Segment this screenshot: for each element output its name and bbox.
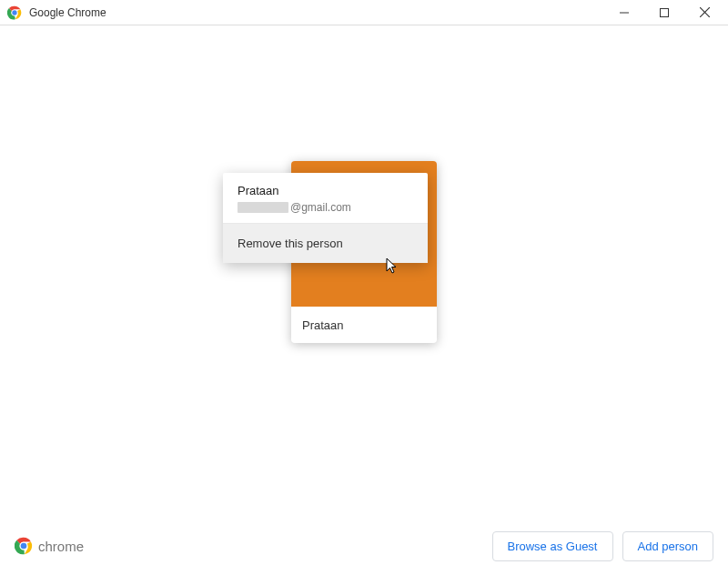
email-suffix: @gmail.com bbox=[290, 201, 351, 214]
chrome-icon bbox=[15, 537, 33, 555]
redacted-email-prefix bbox=[238, 202, 288, 213]
minimize-button[interactable] bbox=[604, 0, 644, 25]
bottom-bar: chrome Browse as Guest Add person bbox=[0, 524, 728, 575]
menu-header: Prataan @gmail.com bbox=[223, 173, 428, 223]
add-person-button[interactable]: Add person bbox=[622, 531, 714, 561]
menu-profile-name: Prataan bbox=[238, 184, 413, 197]
chrome-brand: chrome bbox=[15, 537, 84, 555]
svg-rect-4 bbox=[661, 8, 669, 16]
browse-as-guest-button[interactable]: Browse as Guest bbox=[492, 531, 613, 561]
remove-person-item[interactable]: Remove this person bbox=[223, 224, 428, 263]
maximize-button[interactable] bbox=[644, 0, 684, 25]
profile-context-menu: Prataan @gmail.com Remove this person bbox=[223, 173, 428, 263]
chrome-wordmark: chrome bbox=[38, 539, 84, 554]
remove-person-label: Remove this person bbox=[238, 237, 343, 250]
window-title: Google Chrome bbox=[29, 6, 106, 19]
svg-point-9 bbox=[21, 543, 27, 550]
svg-point-2 bbox=[12, 10, 16, 15]
close-button[interactable] bbox=[684, 0, 724, 25]
menu-profile-email: @gmail.com bbox=[238, 201, 413, 214]
profile-card-name: Prataan bbox=[291, 307, 437, 343]
window-titlebar: Google Chrome bbox=[0, 0, 728, 25]
chrome-icon bbox=[7, 5, 22, 20]
